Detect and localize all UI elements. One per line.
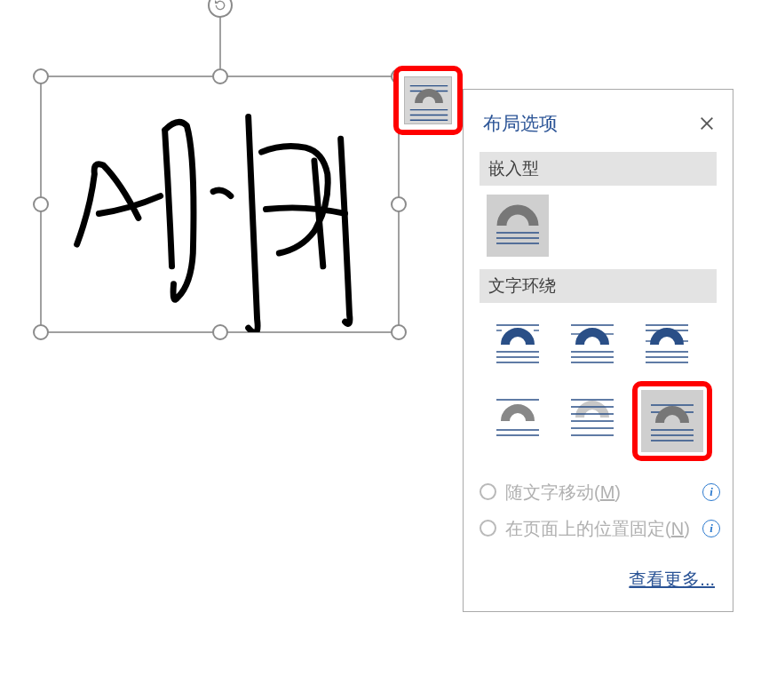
section-inline-header: 嵌入型	[480, 152, 717, 186]
section-inline-body	[480, 186, 717, 269]
option-in-front-highlight	[632, 381, 712, 461]
section-inline: 嵌入型	[480, 152, 717, 269]
layout-thumb-icon	[405, 77, 453, 125]
section-wrap-header: 文字环绕	[480, 269, 717, 303]
info-icon[interactable]: i	[702, 520, 720, 537]
layout-options-popup: 布局选项 嵌入型 文字环绕	[463, 89, 733, 612]
info-icon[interactable]: i	[702, 483, 720, 501]
radio-icon	[480, 520, 496, 537]
close-icon	[699, 115, 715, 131]
rotate-handle[interactable]	[208, 0, 233, 18]
option-icon	[493, 201, 543, 251]
popup-title: 布局选项	[483, 111, 558, 136]
section-wrap: 文字环绕	[480, 269, 717, 470]
option-tight[interactable]	[561, 312, 623, 374]
option-through[interactable]	[636, 312, 698, 374]
option-icon	[567, 318, 617, 368]
radio-label: 在页面上的位置固定(N)	[505, 517, 694, 541]
option-in-front-of-text[interactable]	[641, 390, 703, 452]
radio-fixed-position[interactable]: 在页面上的位置固定(N) i	[480, 517, 720, 541]
position-radios: 随文字移动(M) i 在页面上的位置固定(N) i	[464, 470, 733, 559]
signature-image	[42, 77, 398, 332]
option-inline-with-text[interactable]	[487, 195, 549, 257]
option-top-and-bottom[interactable]	[487, 385, 549, 447]
rotate-icon	[213, 0, 227, 12]
radio-move-with-text[interactable]: 随文字移动(M) i	[480, 481, 720, 505]
option-icon	[493, 318, 543, 368]
radio-icon	[480, 483, 496, 500]
section-wrap-body	[480, 303, 717, 470]
selected-image[interactable]	[40, 76, 400, 333]
option-icon	[567, 391, 617, 441]
option-icon	[493, 391, 543, 441]
wrap-row-1	[487, 312, 710, 374]
layout-options-launcher-highlight	[393, 66, 463, 135]
wrap-row-2	[487, 385, 710, 457]
layout-options-button[interactable]	[404, 76, 452, 124]
popup-header: 布局选项	[464, 90, 733, 152]
radio-label: 随文字移动(M)	[505, 481, 694, 505]
see-more-row: 查看更多...	[464, 559, 733, 599]
rotate-stem	[219, 15, 221, 68]
close-button[interactable]	[695, 112, 718, 135]
option-behind-text[interactable]	[561, 385, 623, 447]
option-icon	[642, 318, 692, 368]
option-square[interactable]	[487, 312, 549, 374]
option-icon	[647, 396, 697, 446]
see-more-link[interactable]: 查看更多...	[629, 569, 715, 589]
